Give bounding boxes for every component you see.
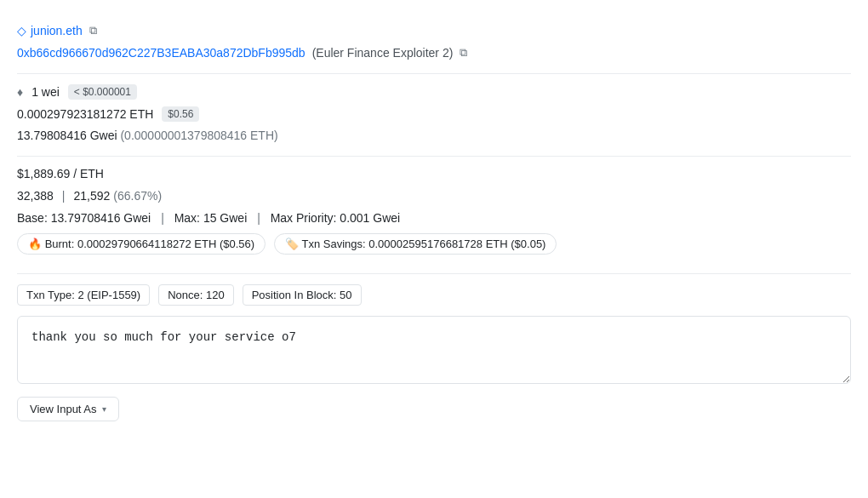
gwei-row: 13.79808416 Gwei (0.00000001379808416 ET… — [17, 129, 851, 142]
fee-row: Base: 13.79708416 Gwei | Max: 15 Gwei | … — [17, 211, 851, 225]
base-fee: Base: 13.79708416 Gwei — [17, 211, 151, 225]
meta-row: Txn Type: 2 (EIP-1559) Nonce: 120 Positi… — [17, 284, 851, 306]
eth-amount: 0.000297923181272 ETH — [17, 107, 153, 121]
address-copy-icon[interactable]: ⧉ — [460, 46, 467, 60]
savings-chip: 🏷️ Txn Savings: 0.00002595176681728 ETH … — [274, 233, 557, 255]
gas-used: 32,388 — [17, 189, 54, 203]
savings-value: 0.00002595176681728 ETH ($0.05) — [368, 238, 545, 250]
eth-price: $1,889.69 / ETH — [17, 167, 104, 180]
gas-pct: (66.67%) — [113, 189, 162, 203]
burnt-label: Burnt: — [45, 238, 75, 250]
wei-usd-badge: < $0.000001 — [68, 84, 137, 100]
burnt-value: 0.00029790664118272 ETH ($0.56) — [77, 238, 254, 250]
max-fee: Max: 15 Gwei — [174, 211, 248, 225]
contract-code-icon: ◇ — [17, 24, 26, 37]
contract-name-row: ◇ junion.eth ⧉ — [17, 24, 851, 37]
contract-name-link[interactable]: ◇ junion.eth — [17, 24, 83, 37]
position-label: Position In Block: — [252, 289, 337, 301]
burnt-chip: 🔥 Burnt: 0.00029790664118272 ETH ($0.56) — [17, 233, 266, 255]
wei-row: ♦ 1 wei < $0.000001 — [17, 84, 851, 100]
fee-sep-1: | — [161, 211, 164, 225]
gas-limit: 21,592 — [73, 189, 110, 203]
stats-section: $1,889.69 / ETH 32,388 | 21,592 (66.67%)… — [17, 157, 851, 274]
burnt-icon: 🔥 — [28, 238, 42, 250]
txn-type-chip: Txn Type: 2 (EIP-1559) — [17, 284, 150, 306]
input-textarea[interactable] — [17, 316, 851, 384]
nonce-label: Nonce: — [168, 289, 203, 301]
position-chip: Position In Block: 50 — [243, 284, 362, 306]
gwei-amount: 13.79808416 Gwei — [17, 129, 117, 142]
gas-separator: | — [62, 189, 66, 203]
txn-type-label: Txn Type: — [26, 289, 75, 301]
meta-section: Txn Type: 2 (EIP-1559) Nonce: 120 Positi… — [17, 274, 851, 432]
address-row: 0xb66cd966670d962C227B3EABA30a872DbFb995… — [17, 46, 851, 60]
burnt-savings-row: 🔥 Burnt: 0.00029790664118272 ETH ($0.56)… — [17, 233, 851, 255]
position-val: 50 — [340, 289, 351, 301]
view-input-label: View Input As — [30, 403, 97, 415]
fee-sep-2: | — [257, 211, 260, 225]
eth-amount-row: 0.000297923181272 ETH $0.56 — [17, 106, 851, 122]
contract-header-section: ◇ junion.eth ⧉ 0xb66cd966670d962C227B3EA… — [17, 14, 851, 74]
gas-row: 32,388 | 21,592 (66.67%) — [17, 189, 851, 203]
max-priority: Max Priority: 0.001 Gwei — [271, 211, 401, 225]
chevron-down-icon: ▾ — [102, 404, 106, 414]
eth-usd-badge: $0.56 — [162, 106, 199, 122]
txn-type-val: 2 (EIP-1559) — [77, 289, 140, 301]
nonce-val: 120 — [206, 289, 225, 301]
eth-icon: ♦ — [17, 85, 23, 99]
savings-icon: 🏷️ — [285, 238, 299, 250]
nonce-chip: Nonce: 120 — [158, 284, 234, 306]
gwei-eth-value: (0.00000001379808416 ETH) — [120, 129, 277, 142]
view-input-as-button[interactable]: View Input As ▾ — [17, 397, 119, 421]
address-label: (Euler Finance Exploiter 2) — [312, 46, 454, 60]
contract-copy-icon[interactable]: ⧉ — [89, 24, 97, 37]
price-row: $1,889.69 / ETH — [17, 167, 851, 180]
address-link[interactable]: 0xb66cd966670d962C227B3EABA30a872DbFb995… — [17, 46, 306, 60]
contract-name-text: junion.eth — [31, 24, 83, 37]
page-container: ◇ junion.eth ⧉ 0xb66cd966670d962C227B3EA… — [0, 0, 868, 445]
wei-value: 1 wei — [31, 85, 60, 99]
savings-label: Txn Savings: — [302, 238, 366, 250]
value-section: ♦ 1 wei < $0.000001 0.000297923181272 ET… — [17, 74, 851, 157]
